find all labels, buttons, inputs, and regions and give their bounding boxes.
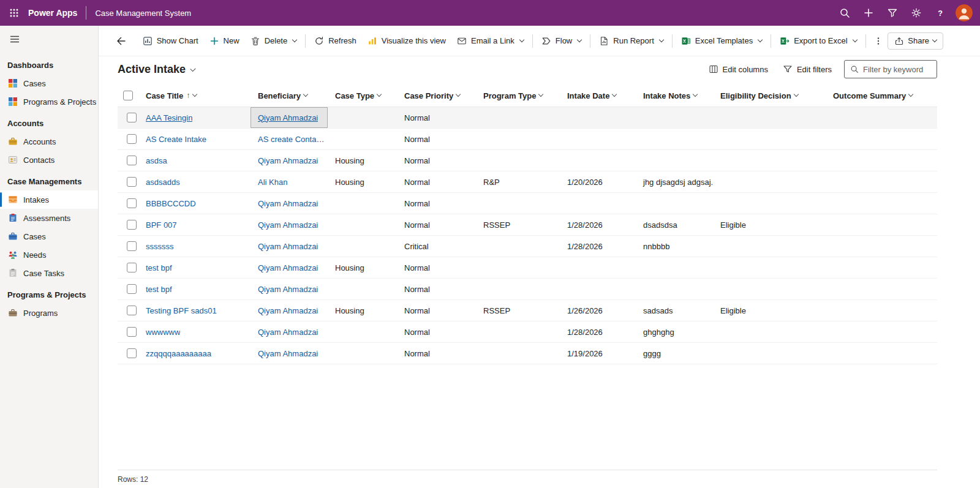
email-link-button[interactable]: Email a Link [451, 31, 529, 51]
export-to-excel-button[interactable]: Export to Excel [774, 31, 862, 51]
beneficiary-cell[interactable]: Qiyam Ahmadzai [251, 107, 328, 128]
beneficiary-cell[interactable]: Qiyam Ahmadzai [251, 214, 328, 235]
table-row[interactable]: Testing BPF sads01Qiyam AhmadzaiHousingN… [118, 300, 937, 321]
select-all-checkbox-cell[interactable] [118, 91, 138, 100]
row-checkbox-cell[interactable] [118, 300, 138, 321]
case-title-link[interactable]: BPF 007 [146, 220, 177, 230]
beneficiary-cell[interactable]: Qiyam Ahmadzai [251, 193, 328, 214]
beneficiary-cell[interactable]: Qiyam Ahmadzai [251, 150, 328, 171]
table-row[interactable]: test bpfQiyam AhmadzaiHousingNormal [118, 257, 937, 279]
waffle-menu-icon[interactable] [0, 0, 28, 26]
column-header-beneficiary[interactable]: Beneficiary [251, 91, 328, 100]
row-checkbox-cell[interactable] [118, 193, 138, 214]
row-checkbox[interactable] [127, 220, 137, 230]
beneficiary-cell[interactable]: Qiyam Ahmadzai [251, 236, 328, 257]
beneficiary-link[interactable]: Qiyam Ahmadzai [258, 156, 318, 165]
case-title-cell[interactable]: test bpf [138, 279, 251, 299]
table-row[interactable]: wwwwwwQiyam AhmadzaiNormal1/28/2026ghghg… [118, 321, 937, 343]
case-title-cell[interactable]: wwwwww [138, 321, 251, 342]
row-checkbox[interactable] [127, 156, 137, 165]
filter-icon[interactable] [880, 0, 904, 26]
case-title-cell[interactable]: asdsadds [138, 171, 251, 192]
beneficiary-link[interactable]: Qiyam Ahmadzai [258, 113, 318, 122]
sidebar-item-intakes[interactable]: Intakes [0, 190, 98, 209]
row-checkbox-cell[interactable] [118, 129, 138, 149]
row-checkbox[interactable] [127, 241, 137, 251]
case-title-link[interactable]: AS Create Intake [146, 135, 206, 144]
column-header-case-type[interactable]: Case Type [328, 91, 397, 100]
table-row[interactable]: AS Create IntakeAS create Contact ...Nor… [118, 129, 937, 150]
edit-columns-button[interactable]: Edit columns [704, 61, 773, 78]
row-checkbox[interactable] [127, 177, 137, 187]
quick-create-plus-icon[interactable] [856, 0, 880, 26]
case-title-cell[interactable]: BPF 007 [138, 214, 251, 235]
column-header-case-title[interactable]: Case Title ↑ [138, 91, 251, 100]
sidebar-item-programs-projects-dashboard[interactable]: Programs & Projects [0, 92, 98, 111]
share-button[interactable]: Share [888, 32, 943, 50]
case-title-link[interactable]: sssssss [146, 242, 174, 251]
row-checkbox[interactable] [127, 198, 137, 208]
case-title-link[interactable]: zzqqqqaaaaaaaaa [146, 349, 211, 358]
refresh-button[interactable]: Refresh [309, 31, 362, 51]
column-header-eligibility-decision[interactable]: Eligibility Decision [713, 91, 826, 100]
filter-by-keyword-input[interactable] [863, 65, 931, 74]
case-title-cell[interactable]: zzqqqqaaaaaaaaa [138, 343, 251, 364]
row-checkbox-cell[interactable] [118, 343, 138, 364]
sidebar-item-assessments[interactable]: Assessments [0, 209, 98, 227]
excel-templates-button[interactable]: Excel Templates [676, 31, 767, 51]
beneficiary-cell[interactable]: Qiyam Ahmadzai [251, 343, 328, 364]
flow-button[interactable]: Flow [536, 31, 587, 51]
hamburger-menu-icon[interactable] [0, 26, 98, 53]
case-title-cell[interactable]: asdsa [138, 150, 251, 171]
row-checkbox-cell[interactable] [118, 171, 138, 192]
beneficiary-link[interactable]: Qiyam Ahmadzai [258, 306, 318, 315]
new-button[interactable]: New [204, 31, 245, 51]
beneficiary-link[interactable]: Qiyam Ahmadzai [258, 220, 318, 230]
user-avatar[interactable] [956, 4, 973, 21]
visualize-view-button[interactable]: Visualize this view [362, 31, 451, 51]
case-title-link[interactable]: asdsa [146, 156, 167, 165]
column-header-intake-date[interactable]: Intake Date [560, 91, 636, 100]
table-row[interactable]: test bpfQiyam AhmadzaiNormal [118, 279, 937, 300]
case-title-link[interactable]: asdsadds [146, 178, 180, 187]
case-title-link[interactable]: wwwwww [146, 328, 180, 337]
beneficiary-link[interactable]: Qiyam Ahmadzai [258, 328, 318, 337]
case-title-link[interactable]: test bpf [146, 263, 172, 272]
row-checkbox-cell[interactable] [118, 107, 138, 128]
case-title-cell[interactable]: BBBBCCCDD [138, 193, 251, 214]
sidebar-item-cases[interactable]: Cases [0, 227, 98, 246]
row-checkbox[interactable] [127, 263, 137, 272]
row-checkbox-cell[interactable] [118, 321, 138, 342]
row-checkbox-cell[interactable] [118, 236, 138, 257]
table-row[interactable]: zzqqqqaaaaaaaaaQiyam AhmadzaiNormal1/19/… [118, 343, 937, 364]
case-title-cell[interactable]: test bpf [138, 257, 251, 278]
sidebar-item-needs[interactable]: Needs [0, 246, 98, 264]
table-row[interactable]: asdsaddsAli KhanHousingNormalR&P1/20/202… [118, 171, 937, 193]
case-title-link[interactable]: Testing BPF sads01 [146, 306, 217, 315]
table-row[interactable]: AAA TesinginQiyam AhmadzaiNormal [118, 107, 937, 129]
column-header-case-priority[interactable]: Case Priority [397, 91, 476, 100]
beneficiary-cell[interactable]: Qiyam Ahmadzai [251, 321, 328, 342]
sidebar-item-programs[interactable]: Programs [0, 304, 98, 322]
view-selector[interactable]: Active Intake [118, 63, 195, 76]
case-title-link[interactable]: test bpf [146, 285, 172, 294]
back-button[interactable] [112, 31, 131, 51]
row-checkbox-cell[interactable] [118, 257, 138, 278]
beneficiary-cell[interactable]: Qiyam Ahmadzai [251, 257, 328, 278]
row-checkbox[interactable] [127, 327, 137, 337]
case-title-cell[interactable]: AAA Tesingin [138, 107, 251, 128]
beneficiary-link[interactable]: Qiyam Ahmadzai [258, 263, 318, 272]
sidebar-item-case-tasks[interactable]: Case Tasks [0, 264, 98, 282]
sidebar-item-accounts[interactable]: Accounts [0, 132, 98, 151]
show-chart-button[interactable]: Show Chart [137, 31, 204, 51]
sidebar-item-contacts[interactable]: Contacts [0, 151, 98, 169]
row-checkbox[interactable] [127, 113, 137, 122]
beneficiary-link[interactable]: Qiyam Ahmadzai [258, 242, 318, 251]
case-title-cell[interactable]: AS Create Intake [138, 129, 251, 149]
overflow-menu-icon[interactable] [869, 31, 888, 51]
help-icon[interactable]: ? [928, 0, 952, 26]
filter-by-keyword-box[interactable] [844, 60, 937, 78]
row-checkbox[interactable] [127, 134, 137, 144]
table-row[interactable]: asdsaQiyam AhmadzaiHousingNormal [118, 150, 937, 171]
table-row[interactable]: BPF 007Qiyam AhmadzaiNormalRSSEP1/28/202… [118, 214, 937, 236]
